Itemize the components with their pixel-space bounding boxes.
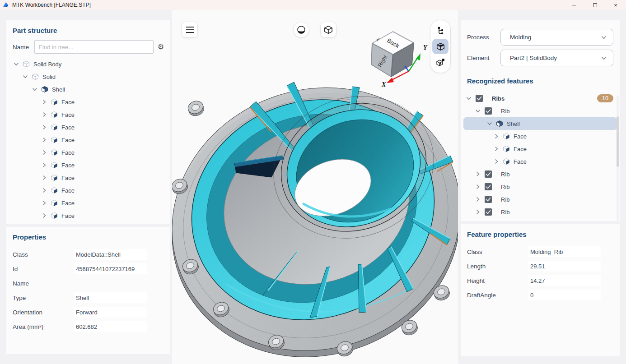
part-structure-tree: Solid Body Solid Shell Face Face Face Fa… [6, 58, 170, 222]
property-row: DraftAngle0 [461, 288, 620, 302]
element-label: Element [467, 55, 500, 61]
chevron-down-icon[interactable] [23, 74, 28, 79]
feature-row-rib[interactable]: Rib [461, 168, 620, 180]
feature-row-face[interactable]: Face [461, 155, 620, 168]
chevron-right-icon[interactable] [494, 134, 499, 139]
chevron-right-icon[interactable] [42, 213, 47, 218]
feature-row-face[interactable]: Face [461, 143, 620, 155]
chevron-down-icon[interactable] [487, 121, 492, 126]
checkbox-checked[interactable] [484, 170, 492, 178]
feature-row-ribs[interactable]: Ribs 10 [461, 92, 620, 105]
find-in-tree-input[interactable] [34, 40, 154, 54]
chevron-right-icon[interactable] [42, 175, 47, 180]
tree-row-solid[interactable]: Solid [6, 70, 170, 83]
chevron-right-icon[interactable] [42, 124, 47, 130]
feature-row-label: Face [514, 146, 527, 152]
tree-row-face[interactable]: Face [6, 209, 170, 222]
tree-row-face[interactable]: Face [6, 96, 170, 108]
ribs-count-badge: 10 [597, 94, 613, 102]
part-structure-panel: Part structure Name ⚙ Solid Body Solid S… [6, 20, 170, 224]
window-title: MTK Workbench [FLANGE.STP] [12, 2, 91, 8]
property-value: Forward [74, 307, 147, 318]
exploded-view-button[interactable] [432, 55, 448, 70]
shell-icon [496, 120, 503, 127]
chevron-down-icon[interactable] [32, 87, 37, 92]
view-tools [430, 20, 450, 73]
chevron-right-icon[interactable] [494, 159, 499, 164]
chevron-right-icon[interactable] [42, 137, 47, 143]
chevron-down-icon [601, 35, 607, 40]
chevron-right-icon[interactable] [475, 209, 481, 215]
chevron-right-icon[interactable] [42, 188, 47, 193]
tree-row-face[interactable]: Face [6, 159, 170, 171]
feature-row-face[interactable]: Face [461, 130, 620, 143]
tree-row-face[interactable]: Face [6, 197, 170, 209]
chevron-down-icon[interactable] [14, 61, 19, 67]
property-row: Height14.27 [461, 273, 620, 288]
close-button[interactable]: × [605, 0, 626, 10]
tree-row-label: Solid Body [33, 61, 61, 68]
property-value: Molding_Rib [528, 246, 601, 257]
checkbox-checked[interactable] [484, 208, 492, 216]
checkbox-checked[interactable] [475, 94, 483, 102]
hierarchy-icon [437, 27, 444, 35]
feature-properties-panel: Feature properties ClassMolding_Rib Leng… [461, 224, 620, 356]
tree-row-face[interactable]: Face [6, 134, 170, 146]
checkbox-checked[interactable] [484, 107, 492, 115]
main-menu-button[interactable] [182, 22, 197, 37]
tree-settings-button[interactable]: ⚙ [158, 43, 164, 51]
tree-row-face[interactable]: Face [6, 171, 170, 184]
chevron-right-icon[interactable] [475, 171, 481, 177]
element-select[interactable]: Part2 | SolidBody [500, 50, 613, 66]
viewport: Back Right Z X Y [172, 10, 458, 364]
minimize-button[interactable] [564, 0, 584, 10]
feature-properties-grid: ClassMolding_Rib Length29.51 Height14.27… [461, 244, 620, 302]
flange-model[interactable] [172, 48, 458, 364]
3d-viewport-canvas[interactable]: Back Right Z X Y [172, 10, 458, 364]
feature-row-rib[interactable]: Rib [461, 105, 620, 117]
chevron-right-icon[interactable] [494, 146, 499, 152]
tree-row-solid-body[interactable]: Solid Body [6, 58, 170, 70]
face-icon [51, 136, 58, 143]
solid-view-button[interactable] [432, 39, 448, 54]
feature-row-label: Rib [501, 196, 510, 203]
scrollbar-thumb[interactable] [617, 116, 619, 167]
tree-row-label: Face [61, 212, 75, 219]
tree-row-shell[interactable]: Shell [6, 83, 170, 96]
shaded-display-mode-button[interactable] [294, 22, 309, 37]
element-selected-value: Part2 | SolidBody [510, 55, 557, 61]
chevron-right-icon[interactable] [42, 200, 47, 206]
structure-view-button[interactable] [432, 23, 448, 38]
feature-row-rib[interactable]: Rib [461, 206, 620, 218]
feature-row-label: Face [514, 158, 527, 165]
chevron-right-icon[interactable] [42, 112, 47, 117]
face-icon [51, 199, 58, 207]
tree-row-face[interactable]: Face [6, 184, 170, 197]
chevron-right-icon[interactable] [475, 184, 481, 189]
cube-solid-icon [436, 42, 445, 51]
checkbox-checked[interactable] [484, 183, 492, 191]
property-row: Id456875441072237169 [6, 262, 170, 276]
tree-row-face[interactable]: Face [6, 108, 170, 121]
tree-row-face[interactable]: Face [6, 121, 170, 134]
process-row: Process Molding [467, 29, 613, 46]
maximize-button[interactable] [584, 0, 605, 10]
property-label: Class [13, 251, 74, 258]
process-select[interactable]: Molding [500, 29, 613, 46]
chevron-down-icon[interactable] [475, 108, 481, 114]
tree-row-label: Face [61, 149, 75, 156]
tree-row-face[interactable]: Face [6, 146, 170, 159]
feature-row-rib[interactable]: Rib [461, 193, 620, 206]
face-icon [503, 158, 510, 165]
chevron-down-icon[interactable] [466, 96, 472, 101]
chevron-right-icon[interactable] [42, 150, 47, 155]
feature-row-rib[interactable]: Rib [461, 180, 620, 193]
features-tree: Ribs 10 Rib Shell Face Face Face Rib Rib… [461, 92, 620, 218]
feature-row-shell-selected[interactable]: Shell [463, 117, 617, 130]
chevron-right-icon[interactable] [42, 162, 47, 168]
feature-row-label: Shell [507, 120, 520, 127]
wireframe-display-mode-button[interactable] [321, 22, 336, 37]
chevron-right-icon[interactable] [42, 99, 47, 105]
checkbox-checked[interactable] [484, 195, 492, 203]
chevron-right-icon[interactable] [475, 197, 481, 202]
